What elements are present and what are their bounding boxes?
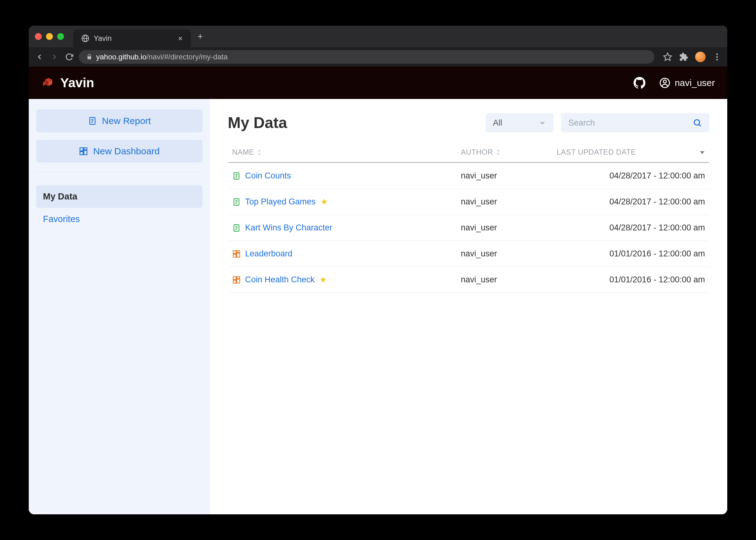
svg-rect-18 — [80, 148, 83, 151]
item-link[interactable]: Leaderboard — [245, 249, 292, 259]
svg-rect-45 — [233, 277, 236, 279]
brand-name: Yavin — [60, 75, 94, 90]
item-link[interactable]: Kart Wins By Character — [245, 223, 332, 232]
svg-rect-44 — [233, 254, 236, 257]
forward-button[interactable] — [49, 52, 60, 62]
svg-point-22 — [694, 120, 700, 125]
new-dashboard-button[interactable]: New Dashboard — [36, 140, 202, 163]
search-box[interactable] — [561, 113, 709, 132]
svg-rect-48 — [233, 280, 236, 283]
kebab-menu-icon[interactable] — [712, 52, 722, 62]
table-row: Leaderboardnavi_user01/01/2016 - 12:00:0… — [228, 241, 709, 267]
cell-updated: 04/28/2017 - 12:00:00 am — [557, 171, 705, 181]
sort-icon — [257, 149, 262, 155]
report-icon — [232, 172, 241, 180]
cell-updated: 04/28/2017 - 12:00:00 am — [557, 223, 705, 232]
svg-line-23 — [699, 125, 701, 126]
app-header: Yavin navi_user — [29, 67, 727, 99]
sort-icon — [495, 149, 501, 155]
window-controls — [35, 33, 64, 40]
table-row: Top Played Games★navi_user04/28/2017 - 1… — [228, 189, 709, 215]
page-title: My Data — [228, 114, 478, 132]
github-icon[interactable] — [633, 77, 646, 89]
cell-name: Kart Wins By Character — [232, 223, 461, 232]
favorite-star-icon: ★ — [320, 275, 327, 285]
svg-rect-43 — [237, 253, 240, 257]
back-button[interactable] — [34, 52, 45, 62]
col-name[interactable]: NAME — [232, 148, 461, 157]
report-icon — [232, 198, 241, 206]
new-tab-button[interactable]: + — [197, 31, 203, 42]
report-icon — [232, 223, 241, 232]
cell-name: Top Played Games★ — [232, 197, 461, 206]
cell-updated: 04/28/2017 - 12:00:00 am — [557, 197, 705, 206]
svg-point-13 — [663, 80, 666, 83]
url-domain: yahoo.github.io — [96, 53, 147, 61]
dashboard-icon — [232, 250, 241, 258]
titlebar: Yavin × + — [29, 26, 727, 47]
svg-marker-26 — [497, 149, 500, 151]
url-field[interactable]: yahoo.github.io/navi/#/directory/my-data — [79, 50, 654, 64]
col-author[interactable]: AUTHOR — [461, 148, 557, 157]
svg-marker-27 — [497, 153, 500, 155]
item-link[interactable]: Top Played Games — [245, 197, 316, 206]
report-icon — [88, 116, 97, 126]
new-dashboard-label: New Dashboard — [93, 146, 160, 157]
cell-author: navi_user — [461, 223, 557, 232]
svg-rect-21 — [80, 152, 83, 155]
close-window-button[interactable] — [35, 33, 42, 40]
svg-marker-28 — [700, 151, 705, 154]
svg-point-4 — [716, 54, 718, 55]
cell-name: Coin Health Check★ — [232, 275, 461, 285]
brand[interactable]: Yavin — [41, 75, 94, 90]
svg-point-6 — [716, 59, 718, 60]
chevron-down-icon — [539, 119, 546, 126]
col-updated[interactable]: LAST UPDATED DATE — [557, 148, 705, 157]
maximize-window-button[interactable] — [57, 33, 64, 40]
item-link[interactable]: Coin Counts — [245, 171, 291, 181]
cell-name: Coin Counts — [232, 171, 461, 181]
user-menu[interactable]: navi_user — [659, 77, 715, 88]
cell-author: navi_user — [461, 249, 557, 259]
dashboard-icon — [79, 147, 88, 156]
sidebar-divider — [36, 172, 202, 172]
minimize-window-button[interactable] — [46, 33, 53, 40]
tab-title: Yavin — [94, 34, 112, 43]
filter-value: All — [493, 118, 502, 128]
reload-button[interactable] — [64, 52, 74, 62]
main-content: My Data All NAME AUTHOR — [210, 99, 727, 514]
search-icon — [693, 118, 702, 127]
table-header: NAME AUTHOR LAST UPDATED DATE — [228, 148, 709, 163]
lock-icon — [86, 54, 92, 60]
sort-desc-icon — [700, 149, 705, 155]
profile-avatar-icon[interactable] — [695, 52, 705, 62]
filter-dropdown[interactable]: All — [486, 113, 554, 132]
url-path: /navi/#/directory/my-data — [147, 53, 228, 61]
address-bar: yahoo.github.io/navi/#/directory/my-data — [29, 47, 727, 67]
cell-name: Leaderboard — [232, 249, 461, 259]
sidebar-nav-item[interactable]: My Data — [36, 185, 202, 208]
sidebar-nav-item[interactable]: Favorites — [36, 208, 202, 230]
cell-updated: 01/01/2016 - 12:00:00 am — [557, 249, 705, 259]
search-input[interactable] — [568, 118, 688, 128]
bookmark-star-icon[interactable] — [663, 52, 672, 62]
item-link[interactable]: Coin Health Check — [245, 275, 315, 285]
cell-author: navi_user — [461, 197, 557, 206]
cell-author: navi_user — [461, 171, 557, 181]
table-row: Coin Countsnavi_user04/28/2017 - 12:00:0… — [228, 163, 709, 189]
svg-marker-3 — [664, 53, 672, 61]
svg-rect-42 — [237, 250, 240, 252]
cell-author: navi_user — [461, 275, 557, 285]
globe-icon — [81, 34, 89, 42]
table-row: Coin Health Check★navi_user01/01/2016 - … — [228, 267, 709, 293]
cell-updated: 01/01/2016 - 12:00:00 am — [557, 275, 705, 285]
sidebar: New Report New Dashboard My DataFavorite… — [29, 99, 210, 514]
close-tab-icon[interactable]: × — [178, 34, 183, 43]
svg-rect-19 — [84, 148, 87, 150]
brand-logo-icon — [41, 75, 56, 90]
table-row: Kart Wins By Characternavi_user04/28/201… — [228, 215, 709, 241]
browser-tab[interactable]: Yavin × — [73, 29, 191, 47]
extensions-icon[interactable] — [679, 52, 688, 62]
new-report-button[interactable]: New Report — [36, 109, 202, 132]
browser-window: Yavin × + yahoo.github.io/navi/#/directo… — [29, 26, 727, 514]
